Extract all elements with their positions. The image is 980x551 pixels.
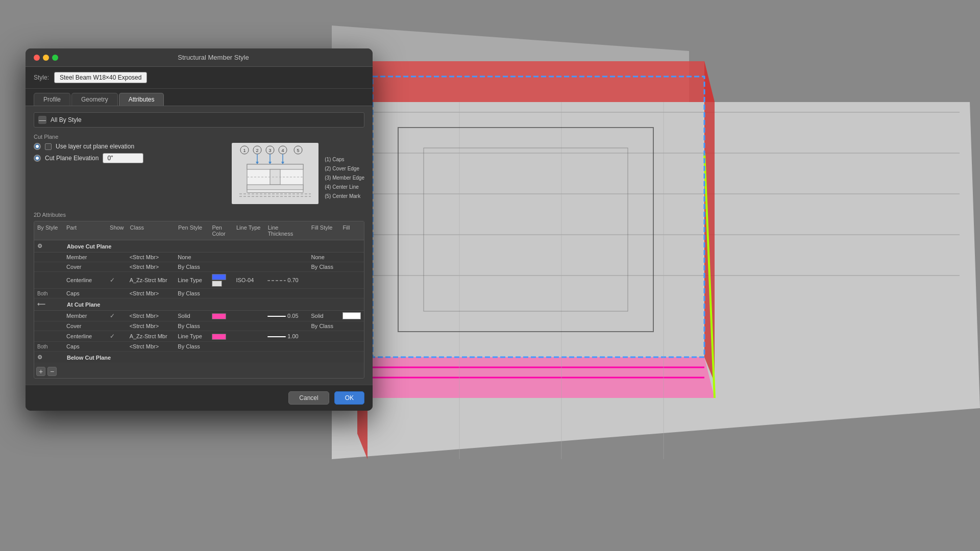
table-row[interactable]: Cover <Strct Mbr> By Class By Class: [34, 262, 364, 272]
table-row[interactable]: Centerline ✓ A_Zz-Strct Mbr Line Type 1.…: [34, 331, 364, 342]
table-row[interactable]: Both Caps <Strct Mbr> By Class: [34, 289, 364, 298]
header-pen-style: Pen Style: [175, 223, 209, 238]
attributes-table: By Style Part Show Class Pen Style Pen C…: [34, 221, 364, 379]
cut-plane-use-layer-row: Use layer cut plane elevation: [34, 143, 224, 150]
line-swatch: [267, 316, 286, 317]
tab-attributes[interactable]: Attributes: [119, 93, 164, 106]
close-button[interactable]: [34, 55, 40, 61]
tab-geometry[interactable]: Geometry: [71, 93, 118, 106]
header-show: Show: [107, 223, 127, 238]
cut-plane-controls: Use layer cut plane elevation Cut Plane …: [34, 143, 224, 206]
line-swatch: [267, 336, 286, 337]
table-row[interactable]: Centerline ✓ A_Zz-Strct Mbr Line Type IS…: [34, 272, 364, 289]
legend-item-5: (5) Center Mark: [325, 192, 364, 201]
cut-elevation-label: Cut Plane Elevation: [45, 155, 99, 162]
cut-plane-label: Cut Plane: [34, 134, 364, 140]
svg-rect-41: [247, 185, 303, 190]
color-swatch[interactable]: [212, 313, 226, 319]
use-layer-radio[interactable]: [34, 143, 41, 150]
all-by-style-row: — All By Style: [34, 112, 364, 128]
table-row[interactable]: Member <Strct Mbr> None None: [34, 253, 364, 262]
cut-elevation-radio[interactable]: [34, 155, 41, 162]
ok-button[interactable]: OK: [334, 391, 364, 405]
legend-item-3: (3) Member Edge: [325, 173, 364, 183]
check-icon: ✓: [110, 312, 115, 319]
use-layer-label: Use layer cut plane elevation: [56, 143, 134, 150]
both-label: Both: [37, 291, 48, 296]
table-row[interactable]: Member ✓ <Strct Mbr> Solid 0.05 Solid: [34, 311, 364, 321]
svg-marker-8: [357, 61, 715, 102]
cancel-button[interactable]: Cancel: [288, 391, 329, 405]
above-cut-plane-label: Above Cut Plane: [65, 242, 364, 251]
diagram-svg: 1 2 3 4 5: [232, 143, 318, 206]
svg-text:2: 2: [256, 148, 259, 153]
fill-swatch[interactable]: [342, 312, 361, 319]
header-line-type: Line Type: [233, 223, 265, 238]
header-fill-style: Fill Style: [308, 223, 340, 238]
svg-text:3: 3: [269, 148, 272, 153]
cut-plane-section: Use layer cut plane elevation Cut Plane …: [34, 143, 364, 206]
style-label: Style:: [34, 74, 49, 81]
content-area: — All By Style Cut Plane Use layer cut p…: [26, 106, 373, 385]
header-by-style: By Style: [34, 223, 63, 238]
all-by-style-label: All By Style: [51, 116, 82, 123]
svg-text:5: 5: [297, 148, 300, 153]
part-member-above: Member: [63, 254, 107, 261]
svg-marker-1: [332, 102, 980, 459]
above-gear-icon: ⚙: [37, 243, 42, 249]
dialog: Structural Member Style Style: Steel Bea…: [26, 48, 373, 411]
2d-attributes-label: 2D Attributes: [34, 212, 364, 218]
svg-marker-10: [704, 61, 715, 383]
both-label: Both: [37, 344, 48, 349]
table-row[interactable]: Both Caps <Strct Mbr> By Class: [34, 342, 364, 352]
table-bottom-bar: + −: [34, 363, 364, 378]
header-part: Part: [63, 223, 107, 238]
title-bar: Structural Member Style: [26, 48, 373, 67]
below-cut-plane-label: Below Cut Plane: [65, 354, 364, 362]
color-swatch[interactable]: [212, 334, 226, 340]
diagram-legend: (1) Caps (2) Cover Edge (3) Member Edge …: [325, 143, 364, 201]
legend-item-1: (1) Caps: [325, 155, 364, 164]
group-below-cut-plane: ⚙ Below Cut Plane: [34, 352, 364, 363]
line-swatch: [267, 280, 286, 281]
tab-profile[interactable]: Profile: [34, 93, 70, 106]
add-row-button[interactable]: +: [36, 367, 45, 376]
header-pen-color: Pen Color: [209, 223, 233, 238]
legend-item-2: (2) Cover Edge: [325, 164, 364, 173]
check-icon: ✓: [110, 277, 115, 284]
dialog-footer: Cancel OK: [26, 385, 373, 411]
maximize-button[interactable]: [52, 55, 58, 61]
style-row: Style: Steel Beam W18×40 Exposed: [26, 67, 373, 89]
atcut-gear-icon: ⟵: [37, 301, 45, 308]
svg-text:4: 4: [282, 148, 284, 153]
group-at-cut-plane: ⟵ At Cut Plane: [34, 298, 364, 311]
all-by-style-toggle[interactable]: —: [38, 116, 46, 124]
header-line-thickness: Line Thickness: [265, 223, 308, 238]
tabs-container: Profile Geometry Attributes: [26, 89, 373, 106]
table-rows: ⚙ Above Cut Plane Member <Strct Mbr> Non…: [34, 240, 364, 363]
svg-text:1: 1: [243, 148, 246, 153]
minimize-button[interactable]: [43, 55, 49, 61]
traffic-lights: [34, 55, 58, 61]
color-swatch-2[interactable]: [212, 281, 222, 287]
cut-elevation-input[interactable]: [103, 153, 143, 163]
cut-plane-elevation-row: Cut Plane Elevation: [34, 153, 224, 163]
check-icon: ✓: [110, 333, 115, 340]
remove-row-button[interactable]: −: [47, 367, 57, 376]
table-row[interactable]: Cover <Strct Mbr> By Class By Class: [34, 321, 364, 331]
cut-plane-diagram: 1 2 3 4 5: [232, 143, 364, 206]
use-layer-checkbox[interactable]: [45, 143, 52, 150]
legend-item-4: (4) Center Line: [325, 183, 364, 192]
below-gear-icon: ⚙: [37, 354, 42, 361]
header-class: Class: [127, 223, 175, 238]
style-value[interactable]: Steel Beam W18×40 Exposed: [54, 72, 147, 83]
group-above-cut-plane: ⚙ Above Cut Plane: [34, 240, 364, 253]
svg-rect-39: [247, 164, 303, 169]
at-cut-plane-label: At Cut Plane: [65, 300, 364, 309]
table-header: By Style Part Show Class Pen Style Pen C…: [34, 221, 364, 240]
svg-rect-40: [270, 169, 280, 185]
dialog-title: Structural Member Style: [62, 54, 364, 61]
header-fill: Fill: [339, 223, 364, 238]
color-swatch[interactable]: [212, 274, 226, 280]
